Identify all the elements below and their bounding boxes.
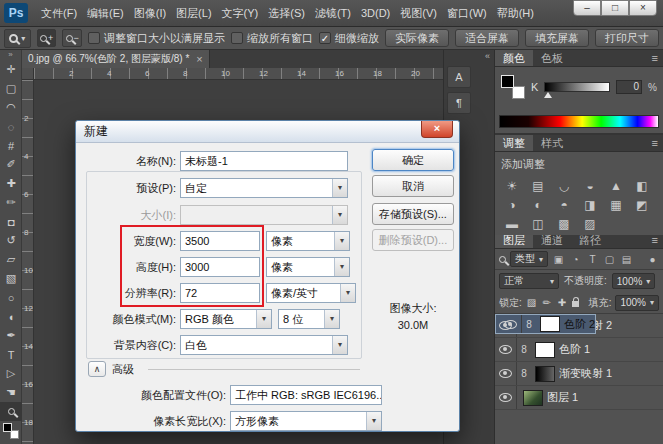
layer-mask-thumbnail[interactable] (535, 342, 555, 358)
brightness-contrast-icon[interactable]: ☀ (499, 176, 525, 195)
paragraph-panel-icon[interactable]: ¶ (447, 92, 471, 114)
color-spectrum-ramp[interactable] (499, 115, 659, 128)
dialog-close-button[interactable]: × (421, 121, 453, 138)
gradient-tool[interactable]: ▧ (0, 269, 22, 288)
filter-shape-layers-icon[interactable]: ▢ (603, 254, 616, 265)
fill-screen-button[interactable]: 填充屏幕 (525, 29, 589, 47)
layer-mask-thumbnail[interactable] (540, 316, 560, 332)
pixel-aspect-select[interactable]: 方形像素 ▾ (230, 411, 382, 431)
menu-edit[interactable]: 编辑(E) (82, 0, 129, 27)
lock-all-icon[interactable] (572, 301, 579, 307)
filter-type-layers-icon[interactable]: T (586, 254, 599, 265)
brush-tool[interactable]: ✏ (0, 193, 22, 212)
dock-expand-icon[interactable]: « (444, 50, 494, 62)
layer-row-gradient-map-1[interactable]: 8 渐变映射 1 (495, 362, 663, 386)
width-unit-select[interactable]: 像素 ▾ (266, 231, 350, 251)
height-unit-select[interactable]: 像素 ▾ (266, 257, 350, 277)
curves-icon[interactable]: ◡ (551, 176, 577, 195)
dodge-tool[interactable]: ◖ (0, 307, 22, 326)
maximize-button[interactable]: □ (601, 0, 629, 16)
panel-menu-icon[interactable]: ≡ (647, 50, 663, 66)
invert-icon[interactable]: ◩ (629, 195, 655, 214)
k-value-field[interactable]: 0 (616, 80, 642, 94)
posterize-icon[interactable]: ▬ (499, 214, 525, 233)
cancel-button[interactable]: 取消 (372, 175, 454, 197)
tab-color[interactable]: 颜色 (495, 50, 533, 66)
k-slider[interactable] (544, 82, 610, 92)
spot-healing-brush-tool[interactable]: ✚ (0, 174, 22, 193)
tab-close-icon[interactable]: × (196, 53, 202, 65)
lock-pixels-icon[interactable]: ✏ (541, 297, 552, 308)
filter-toggle-icon[interactable]: ● (646, 254, 659, 265)
levels-icon[interactable]: ▤ (525, 176, 551, 195)
color-mode-select[interactable]: RGB 颜色 ▾ (180, 309, 272, 329)
rectangular-marquee-tool[interactable]: ▢ (0, 79, 22, 98)
zoom-all-windows-checkbox[interactable]: 缩放所有窗口 (231, 31, 313, 46)
resize-windows-checkbox[interactable]: 调整窗口大小以满屏显示 (88, 31, 225, 46)
ok-button[interactable]: 确定 (372, 149, 454, 171)
menu-filter[interactable]: 滤镜(T) (310, 0, 356, 27)
photo-filter-icon[interactable]: ◓ (551, 195, 577, 214)
lock-transparency-icon[interactable]: ▨ (526, 297, 537, 308)
menu-type[interactable]: 文字(Y) (217, 0, 264, 27)
zoom-tool[interactable] (0, 402, 22, 421)
character-panel-icon[interactable]: A (447, 66, 471, 88)
k-slider-thumb[interactable] (544, 92, 552, 98)
toolbar-collapse-icon[interactable]: » (0, 50, 21, 60)
history-brush-tool[interactable]: ↺ (0, 231, 22, 250)
color-lookup-icon[interactable]: ▦ (603, 195, 629, 214)
visibility-toggle[interactable] (495, 362, 517, 385)
filter-adjustment-layers-icon[interactable]: ◔ (569, 254, 582, 265)
eyedropper-tool[interactable]: ✐ (0, 155, 22, 174)
layer-row-layer-1[interactable]: 图层 1 (495, 386, 663, 410)
layer-mask-thumbnail[interactable] (535, 366, 555, 382)
hand-tool[interactable]: ☚ (0, 383, 22, 402)
color-balance-icon[interactable]: ◑ (499, 195, 525, 214)
menu-help[interactable]: 帮助(H) (492, 0, 539, 27)
blend-mode-dropdown[interactable]: 正常 ▾ (499, 273, 559, 289)
background-contents-select[interactable]: 白色 ▾ (180, 335, 348, 355)
menu-image[interactable]: 图像(I) (129, 0, 171, 27)
tab-adjustments[interactable]: 调整 (495, 135, 533, 151)
opacity-dropdown[interactable]: 100% ▾ (612, 273, 656, 289)
menu-view[interactable]: 视图(V) (395, 0, 442, 27)
lock-position-icon[interactable]: ✚ (556, 297, 567, 308)
selective-color-icon[interactable]: ▨ (577, 214, 603, 233)
minimize-button[interactable]: – (573, 0, 601, 16)
gradient-map-icon[interactable]: ▩ (551, 214, 577, 233)
move-tool[interactable]: ✛ (0, 60, 22, 79)
path-selection-tool[interactable]: ▷ (0, 364, 22, 383)
menu-file[interactable]: 文件(F) (36, 0, 82, 27)
menu-window[interactable]: 窗口(W) (442, 0, 492, 27)
vibrance-icon[interactable]: ▲ (603, 176, 629, 195)
document-tab[interactable]: 0.jpg @ 66.7%(色阶 2, 图层蒙版/8) * × (22, 50, 210, 68)
blur-tool[interactable]: ○ (0, 288, 22, 307)
resolution-input[interactable]: 72 (180, 283, 260, 303)
close-button[interactable]: × (629, 0, 657, 16)
height-input[interactable]: 3000 (180, 257, 260, 277)
color-profile-select[interactable]: 工作中 RGB: sRGB IEC6196... ▾ (230, 385, 382, 405)
advanced-collapse-button[interactable]: ∧ (88, 361, 106, 377)
type-tool[interactable]: T (0, 345, 22, 364)
fill-dropdown[interactable]: 100% ▾ (615, 295, 659, 311)
pen-tool[interactable]: ✒ (0, 326, 22, 345)
bit-depth-select[interactable]: 8 位 ▾ (278, 309, 340, 329)
lasso-tool[interactable]: ◠ (0, 98, 22, 117)
scrubby-zoom-checkbox[interactable]: ✓ 细微缩放 (319, 31, 379, 46)
resolution-unit-select[interactable]: 像素/英寸 ▾ (266, 283, 356, 303)
layer-thumbnail[interactable] (523, 390, 543, 406)
dialog-titlebar[interactable]: 新建 (76, 121, 459, 143)
filter-smart-objects-icon[interactable]: ▤ (620, 254, 633, 265)
channel-mixer-icon[interactable]: ◨ (577, 195, 603, 214)
fit-screen-button[interactable]: 适合屏幕 (455, 29, 519, 47)
zoom-in-button[interactable]: + (37, 29, 57, 47)
zoom-tool-preset[interactable]: ▾ (4, 29, 31, 48)
hue-saturation-icon[interactable]: ◧ (629, 176, 655, 195)
name-input[interactable]: 未标题-1 (180, 151, 348, 171)
filter-kind-dropdown[interactable]: 类型 ▾ (510, 251, 548, 267)
preset-select[interactable]: 自定 ▾ (180, 178, 348, 198)
quick-selection-tool[interactable]: ◌ (0, 117, 22, 136)
menu-layer[interactable]: 图层(L) (171, 0, 216, 27)
tab-styles[interactable]: 样式 (533, 135, 571, 151)
tab-swatches[interactable]: 色板 (533, 50, 571, 66)
